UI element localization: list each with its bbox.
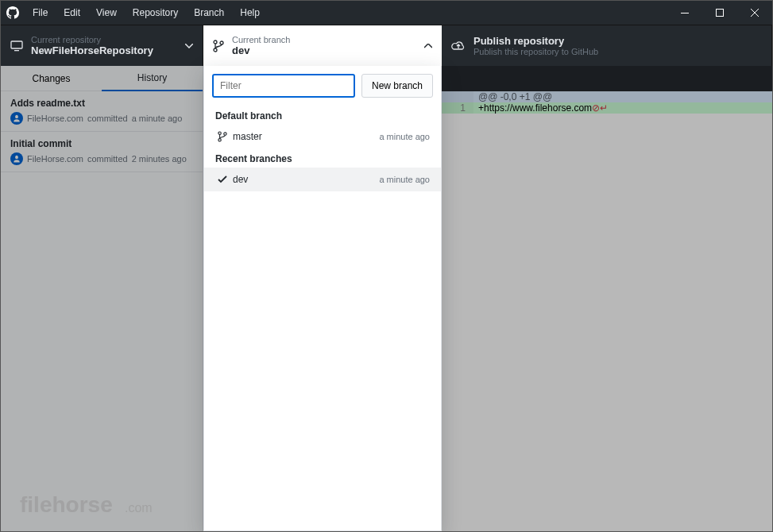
svg-point-5: [214, 48, 217, 52]
menu-bar: File Edit View Repository Branch Help: [25, 1, 268, 25]
avatar: [10, 152, 23, 165]
minimize-button[interactable]: [667, 1, 702, 25]
svg-rect-3: [14, 50, 19, 51]
eol-icon: ⊘↵: [592, 102, 608, 114]
repo-label: Current repository: [31, 35, 153, 44]
tabs: Changes History: [1, 66, 203, 91]
svg-text:.com: .com: [125, 501, 153, 515]
chevron-down-icon: [185, 44, 193, 48]
close-button[interactable]: [737, 1, 772, 25]
line-number: 1: [442, 102, 473, 114]
recent-branches-header: Recent branches: [204, 148, 441, 168]
svg-rect-0: [681, 13, 689, 13]
menu-file[interactable]: File: [25, 1, 56, 25]
diff-content: @@ -0,0 +1 @@ 1 +https://www.filehorse.c…: [442, 91, 772, 114]
branch-dropdown: New branch Default branch master a minut…: [203, 66, 442, 531]
tab-changes[interactable]: Changes: [1, 66, 102, 91]
commit-item[interactable]: Initial commit FileHorse.com committed 2…: [1, 132, 203, 172]
new-branch-button[interactable]: New branch: [361, 74, 433, 98]
menu-help[interactable]: Help: [232, 1, 268, 25]
svg-text:filehorse: filehorse: [20, 492, 113, 517]
gutter: [442, 91, 473, 102]
commit-title: Adds readme.txt: [10, 98, 193, 109]
diff-hunk-header: @@ -0,0 +1 @@: [442, 91, 772, 102]
branch-time: a minute ago: [379, 175, 430, 184]
cloud-upload-icon: [451, 40, 466, 52]
commit-item[interactable]: Adds readme.txt FileHorse.com committed …: [1, 91, 203, 132]
titlebar: File Edit View Repository Branch Help: [1, 1, 772, 25]
branch-name: dev: [233, 174, 248, 185]
branch-name: master: [233, 131, 262, 142]
commit-meta: FileHorse.com committed 2 minutes ago: [10, 152, 193, 165]
avatar: [10, 112, 23, 125]
repo-value: NewFileHorseRepository: [31, 44, 153, 56]
publish-button[interactable]: Publish repository Publish this reposito…: [442, 25, 772, 66]
svg-point-4: [214, 40, 217, 44]
branch-time: a minute ago: [379, 132, 430, 141]
svg-point-7: [218, 132, 221, 134]
branch-selector[interactable]: Current branch dev: [203, 25, 442, 66]
branch-value: dev: [232, 44, 290, 56]
left-pane: Changes History Adds readme.txt FileHors…: [1, 66, 203, 531]
commit-list[interactable]: Adds readme.txt FileHorse.com committed …: [1, 91, 203, 531]
menu-view[interactable]: View: [88, 1, 125, 25]
branch-label: Current branch: [232, 35, 290, 44]
monitor-icon: [10, 40, 23, 52]
default-branch-header: Default branch: [204, 106, 441, 125]
svg-point-9: [224, 133, 226, 135]
window-controls: [667, 1, 772, 25]
menu-branch[interactable]: Branch: [186, 1, 232, 25]
repo-selector[interactable]: Current repository NewFileHorseRepositor…: [1, 25, 203, 66]
branch-item-dev[interactable]: dev a minute ago: [204, 168, 441, 191]
maximize-button[interactable]: [702, 1, 737, 25]
watermark: filehorse.com: [20, 492, 171, 519]
branch-item-master[interactable]: master a minute ago: [204, 125, 441, 148]
diff-line-added: 1 +https://www.filehorse.com⊘↵: [442, 102, 772, 114]
publish-title: Publish repository: [473, 35, 598, 47]
svg-point-6: [220, 41, 223, 44]
check-icon: [215, 175, 230, 183]
commit-title: Initial commit: [10, 138, 193, 149]
svg-point-8: [218, 139, 221, 141]
svg-rect-1: [717, 10, 724, 17]
chevron-up-icon: [424, 44, 432, 48]
svg-rect-2: [11, 41, 22, 48]
tab-history[interactable]: History: [102, 66, 203, 91]
menu-edit[interactable]: Edit: [56, 1, 88, 25]
app-logo: [1, 6, 25, 19]
toolbar: Current repository NewFileHorseRepositor…: [1, 25, 772, 66]
branch-icon: [215, 131, 230, 142]
menu-repository[interactable]: Repository: [125, 1, 186, 25]
branch-icon: [213, 40, 224, 52]
branch-filter-input[interactable]: [212, 74, 355, 98]
publish-subtitle: Publish this repository to GitHub: [473, 47, 598, 56]
commit-meta: FileHorse.com committed a minute ago: [10, 112, 193, 125]
